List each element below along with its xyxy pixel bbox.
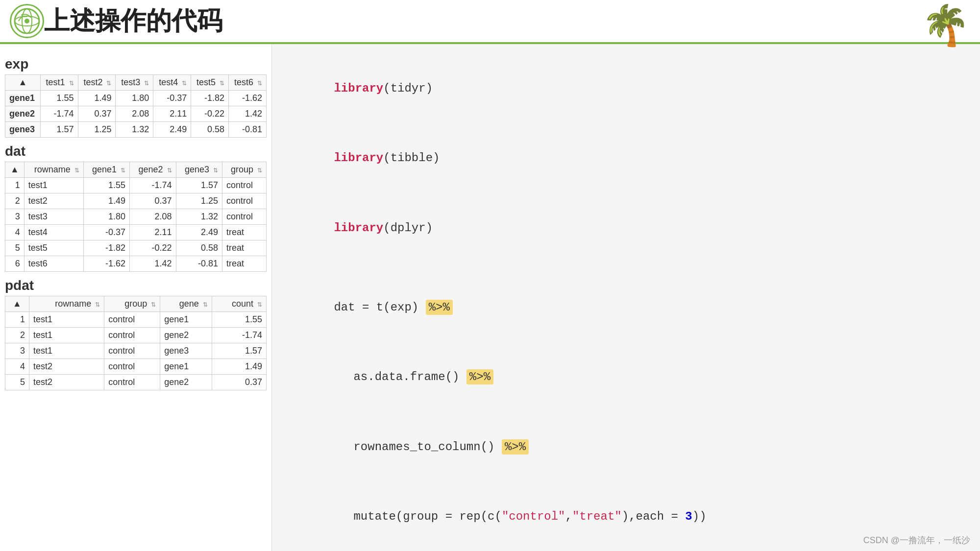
exp-cell: 1.25 — [78, 122, 116, 138]
dat-row-num: 1 — [5, 178, 24, 193]
exp-row-label: gene3 — [5, 122, 41, 138]
dat-row-num: 6 — [5, 256, 24, 272]
exp-col-test4: test4 ⇅ — [153, 75, 191, 91]
exp-cell: 2.49 — [153, 122, 191, 138]
pdat-cell: test1 — [29, 328, 104, 343]
dat-col-gene3: gene3 ⇅ — [176, 162, 222, 178]
pdat-cell: 1.57 — [212, 343, 266, 359]
dat-cell: -0.81 — [176, 256, 222, 272]
exp-col-test3: test3 ⇅ — [116, 75, 153, 91]
pdat-col-gene: gene ⇅ — [160, 296, 212, 312]
exp-cell: 0.37 — [78, 106, 116, 122]
pdat-cell: -1.74 — [212, 328, 266, 343]
header: 上述操作的代码 🌴 — [0, 0, 980, 44]
dat-cell: control — [222, 209, 266, 225]
dat-cell: 1.32 — [176, 209, 222, 225]
dat-cell: treat — [222, 240, 266, 256]
right-panel: library(tidyr) library(tibble) library(d… — [272, 44, 980, 551]
pdat-label: pdat — [5, 278, 267, 293]
code-lib3: library(dplyr) — [292, 198, 960, 258]
pdat-cell: test1 — [29, 343, 104, 359]
dat-cell: 1.42 — [130, 256, 176, 272]
main-content: exp ▲ test1 ⇅ test2 ⇅ test3 ⇅ test4 ⇅ te… — [0, 44, 980, 551]
pdat-cell: 0.37 — [212, 375, 266, 390]
dat-cell: -1.74 — [130, 178, 176, 193]
exp-table: ▲ test1 ⇅ test2 ⇅ test3 ⇅ test4 ⇅ test5 … — [5, 74, 267, 138]
exp-cell: -1.82 — [191, 91, 229, 106]
dat-table: ▲ rowname ⇅ gene1 ⇅ gene2 ⇅ gene3 ⇅ grou… — [5, 162, 267, 272]
exp-cell: 1.49 — [78, 91, 116, 106]
pdat-row-num: 2 — [5, 328, 29, 343]
code-lib1: library(tidyr) — [292, 59, 960, 119]
dat-col-rowname: rowname ⇅ — [24, 162, 83, 178]
exp-label: exp — [5, 56, 267, 72]
palm-decoration: 🌴 — [921, 2, 970, 48]
dat-cell: 1.55 — [83, 178, 129, 193]
dat-cell: test5 — [24, 240, 83, 256]
dat-col-empty: ▲ — [5, 162, 24, 178]
pdat-row-num: 5 — [5, 375, 29, 390]
pdat-cell: gene1 — [160, 312, 212, 328]
page-title: 上述操作的代码 — [44, 4, 222, 38]
pdat-row-num: 1 — [5, 312, 29, 328]
dat-cell: control — [222, 178, 266, 193]
dat-cell: 2.08 — [130, 209, 176, 225]
exp-cell: 2.11 — [153, 106, 191, 122]
dat-cell: test6 — [24, 256, 83, 272]
exp-cell: 2.08 — [116, 106, 153, 122]
dat-cell: 2.49 — [176, 225, 222, 240]
dat-cell: treat — [222, 225, 266, 240]
dat-cell: 1.57 — [176, 178, 222, 193]
pdat-row-num: 3 — [5, 343, 29, 359]
dat-cell: test2 — [24, 193, 83, 209]
exp-cell: -0.37 — [153, 91, 191, 106]
pdat-col-rowname: rowname ⇅ — [29, 296, 104, 312]
exp-col-test2: test2 ⇅ — [78, 75, 116, 91]
pdat-cell: control — [104, 359, 160, 375]
exp-cell: -1.74 — [40, 106, 78, 122]
exp-cell: 1.57 — [40, 122, 78, 138]
dat-cell: 1.25 — [176, 193, 222, 209]
dat-cell: -1.62 — [83, 256, 129, 272]
exp-row-label: gene1 — [5, 91, 41, 106]
exp-row-label: gene2 — [5, 106, 41, 122]
pdat-cell: gene2 — [160, 328, 212, 343]
pdat-cell: gene2 — [160, 375, 212, 390]
dat-cell: treat — [222, 256, 266, 272]
dat-cell: -0.37 — [83, 225, 129, 240]
svg-point-3 — [24, 19, 29, 24]
pdat-row-num: 4 — [5, 359, 29, 375]
exp-cell: 1.32 — [116, 122, 153, 138]
dat-col-group: group ⇅ — [222, 162, 266, 178]
exp-cell: 1.55 — [40, 91, 78, 106]
dat-cell: test3 — [24, 209, 83, 225]
pdat-cell: control — [104, 343, 160, 359]
pdat-cell: test2 — [29, 359, 104, 375]
pdat-col-empty: ▲ — [5, 296, 29, 312]
dat-cell: test4 — [24, 225, 83, 240]
dat-cell: test1 — [24, 178, 83, 193]
pdat-cell: 1.49 — [212, 359, 266, 375]
exp-cell: 1.80 — [116, 91, 153, 106]
dat-cell: 1.80 — [83, 209, 129, 225]
left-panel: exp ▲ test1 ⇅ test2 ⇅ test3 ⇅ test4 ⇅ te… — [0, 44, 272, 551]
exp-col-test5: test5 ⇅ — [191, 75, 229, 91]
dat-cell: -0.22 — [130, 240, 176, 256]
code-dat-assign: dat = t(exp) %>% — [292, 278, 960, 337]
dat-row-num: 4 — [5, 225, 24, 240]
watermark: CSDN @一撸流年，一纸沙 — [863, 534, 970, 546]
pdat-table: ▲ rowname ⇅ group ⇅ gene ⇅ count ⇅ 1test… — [5, 296, 267, 390]
dat-cell: 0.58 — [176, 240, 222, 256]
code-as-data: as.data.frame() %>% — [311, 348, 960, 407]
exp-cell: -0.81 — [229, 122, 267, 138]
pdat-cell: 1.55 — [212, 312, 266, 328]
exp-cell: 1.42 — [229, 106, 267, 122]
exp-cell: -0.22 — [191, 106, 229, 122]
exp-cell: -1.62 — [229, 91, 267, 106]
exp-col-test1: test1 ⇅ — [40, 75, 78, 91]
dat-cell: -1.82 — [83, 240, 129, 256]
dat-row-num: 3 — [5, 209, 24, 225]
dat-col-gene2: gene2 ⇅ — [130, 162, 176, 178]
exp-cell: 0.58 — [191, 122, 229, 138]
code-rownames: rownames_to_column() %>% — [311, 417, 960, 477]
